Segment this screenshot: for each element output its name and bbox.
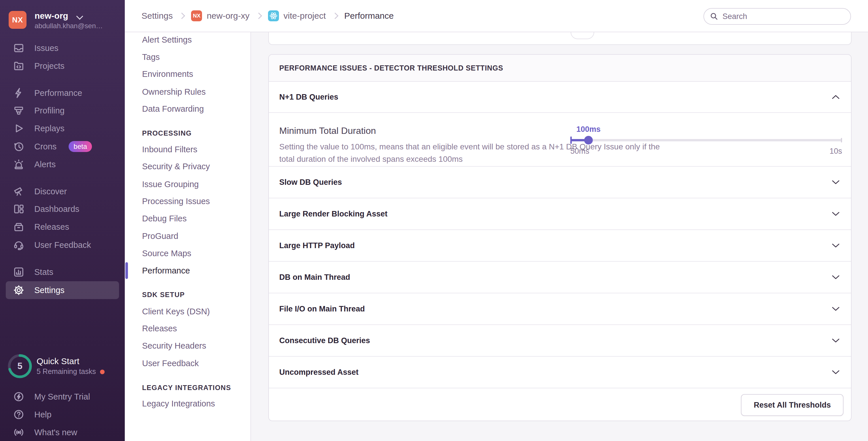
discover-icon	[13, 185, 25, 198]
active-nav-indicator	[125, 262, 128, 279]
chevron-right-icon	[179, 13, 185, 19]
issues-icon	[13, 42, 25, 54]
breadcrumb-current-page: Performance	[344, 11, 394, 21]
alerts-icon	[13, 158, 25, 170]
main-content: PERFORMANCE ISSUES - DETECTOR THRESHOLD …	[251, 32, 868, 441]
sidebar-item-settings[interactable]: Settings	[0, 281, 125, 299]
accordion-row-large-http-payload[interactable]: Large HTTP Payload	[269, 230, 851, 261]
setting-label: Minimum Total Duration	[279, 126, 376, 136]
subnav-item-performance[interactable]: Performance	[142, 264, 190, 277]
org-name: new-org	[35, 11, 68, 21]
notification-dot	[100, 370, 104, 374]
subnav-item-legacy-integrations[interactable]: Legacy Integrations	[142, 397, 215, 410]
replays-icon	[13, 122, 25, 134]
chevron-down-icon	[831, 243, 840, 248]
reset-all-thresholds-button[interactable]: Reset All Thresholds	[741, 394, 843, 416]
duration-slider: 100ms 50ms 10s	[570, 125, 842, 155]
subnav-item-source-maps[interactable]: Source Maps	[142, 247, 191, 260]
sidebar-item-performance[interactable]: Performance	[0, 84, 125, 102]
scrolled-card-bottom	[268, 32, 851, 45]
sidebar-item-replays[interactable]: Replays	[0, 120, 125, 137]
subnav-section-sdk-setup: SDK SETUP	[142, 289, 185, 301]
subnav-item-inbound-filters[interactable]: Inbound Filters	[142, 143, 197, 156]
projects-icon	[13, 60, 25, 72]
subnav-section-legacy-integrations: LEGACY INTEGRATIONS	[142, 381, 231, 394]
sidebar-item-help[interactable]: Help	[0, 406, 125, 423]
crons-icon	[13, 140, 25, 152]
slider-rail	[570, 139, 842, 141]
slider-track[interactable]	[570, 136, 842, 144]
sidebar-item-dashboards[interactable]: Dashboards	[0, 200, 125, 218]
subnav-item-security-headers[interactable]: Security Headers	[142, 339, 206, 352]
accordion-row-large-render-blocking-asset[interactable]: Large Render Blocking Asset	[269, 198, 851, 230]
sidebar-item-whats-new[interactable]: What's new	[0, 423, 125, 441]
subnav-item-alert-settings[interactable]: Alert Settings	[142, 33, 192, 46]
breadcrumb-org[interactable]: new-org-xy	[207, 11, 249, 21]
chevron-down-icon	[831, 338, 840, 343]
sidebar-item-my-sentry-trial[interactable]: My Sentry Trial	[0, 388, 125, 406]
slider-thumb[interactable]	[584, 136, 593, 144]
chevron-down-icon	[831, 211, 840, 217]
subnav-item-security-privacy[interactable]: Security & Privacy	[142, 160, 210, 173]
whats-new-broadcast-icon	[13, 426, 25, 438]
breadcrumb-project[interactable]: vite-project	[284, 11, 326, 21]
search-box[interactable]	[704, 8, 851, 25]
chevron-right-icon	[255, 13, 262, 19]
subnav-item-debug-files[interactable]: Debug Files	[142, 212, 187, 225]
panel-header: PERFORMANCE ISSUES - DETECTOR THRESHOLD …	[269, 55, 851, 82]
org-badge: NX	[191, 10, 202, 21]
scrolled-collapse-button[interactable]	[570, 32, 594, 39]
subnav-item-client-keys[interactable]: Client Keys (DSN)	[142, 305, 210, 318]
subnav-item-data-forwarding[interactable]: Data Forwarding	[142, 102, 204, 115]
sidebar-item-alerts[interactable]: Alerts	[0, 156, 125, 173]
breadcrumb-settings[interactable]: Settings	[142, 11, 173, 21]
sidebar-item-discover[interactable]: Discover	[0, 182, 125, 200]
subnav-item-releases[interactable]: Releases	[142, 322, 177, 335]
sidebar-item-projects[interactable]: Projects	[0, 57, 125, 75]
subnav-item-environments[interactable]: Environments	[142, 68, 193, 80]
org-avatar: NX	[9, 11, 27, 29]
quick-start-title: Quick Start	[37, 357, 79, 366]
subnav-section-processing: PROCESSING	[142, 127, 192, 140]
accordion-row-file-io-on-main-thread[interactable]: File I/O on Main Thread	[269, 293, 851, 325]
chevron-up-icon	[831, 94, 840, 100]
slider-range-labels: 50ms 10s	[570, 147, 842, 156]
sidebar-item-user-feedback[interactable]: User Feedback	[0, 236, 125, 254]
search-icon	[710, 12, 718, 21]
subnav-item-proguard[interactable]: ProGuard	[142, 230, 178, 242]
accordion-row-n-plus-one-db-queries[interactable]: N+1 DB Queries	[269, 82, 851, 112]
slider-max-cap	[841, 138, 842, 142]
sidebar-item-releases[interactable]: Releases	[0, 218, 125, 236]
releases-icon	[13, 221, 25, 233]
detector-threshold-panel: PERFORMANCE ISSUES - DETECTOR THRESHOLD …	[268, 54, 851, 421]
subnav-item-issue-grouping[interactable]: Issue Grouping	[142, 178, 199, 191]
search-input[interactable]	[722, 8, 845, 25]
accordion-row-uncompressed-asset[interactable]: Uncompressed Asset	[269, 356, 851, 388]
settings-subnav: Alert Settings Tags Environments Ownersh…	[125, 32, 251, 441]
performance-icon	[13, 87, 25, 99]
org-email: abdullah.khan@sen…	[35, 22, 103, 30]
beta-badge: beta	[69, 141, 92, 152]
accordion-row-consecutive-db-queries[interactable]: Consecutive DB Queries	[269, 325, 851, 356]
subnav-item-tags[interactable]: Tags	[142, 50, 160, 63]
org-switcher[interactable]: NX new-org abdullah.khan@sen…	[9, 10, 118, 29]
subnav-item-user-feedback[interactable]: User Feedback	[142, 357, 199, 370]
accordion-row-db-on-main-thread[interactable]: DB on Main Thread	[269, 261, 851, 293]
quick-start-widget[interactable]: 5 Quick Start 5 Remaining tasks	[7, 353, 120, 380]
dashboards-icon	[13, 203, 25, 215]
accordion-row-slow-db-queries[interactable]: Slow DB Queries	[269, 166, 851, 198]
sidebar-item-crons[interactable]: Crons beta	[0, 138, 125, 156]
chevron-down-icon	[76, 13, 83, 20]
profiling-icon	[13, 104, 25, 116]
panel-title: PERFORMANCE ISSUES - DETECTOR THRESHOLD …	[279, 64, 503, 72]
sidebar-item-profiling[interactable]: Profiling	[0, 102, 125, 120]
sidebar-item-issues[interactable]: Issues	[0, 39, 125, 57]
chevron-down-icon	[831, 274, 840, 280]
subnav-item-processing-issues[interactable]: Processing Issues	[142, 195, 210, 208]
primary-sidebar: NX new-org abdullah.khan@sen… Issues Pro…	[0, 0, 125, 441]
user-feedback-icon	[13, 239, 25, 251]
sidebar-item-stats[interactable]: Stats	[0, 263, 125, 281]
slider-value-label: 100ms	[571, 125, 606, 134]
subnav-item-ownership-rules[interactable]: Ownership Rules	[142, 86, 206, 98]
react-project-icon	[268, 10, 279, 21]
